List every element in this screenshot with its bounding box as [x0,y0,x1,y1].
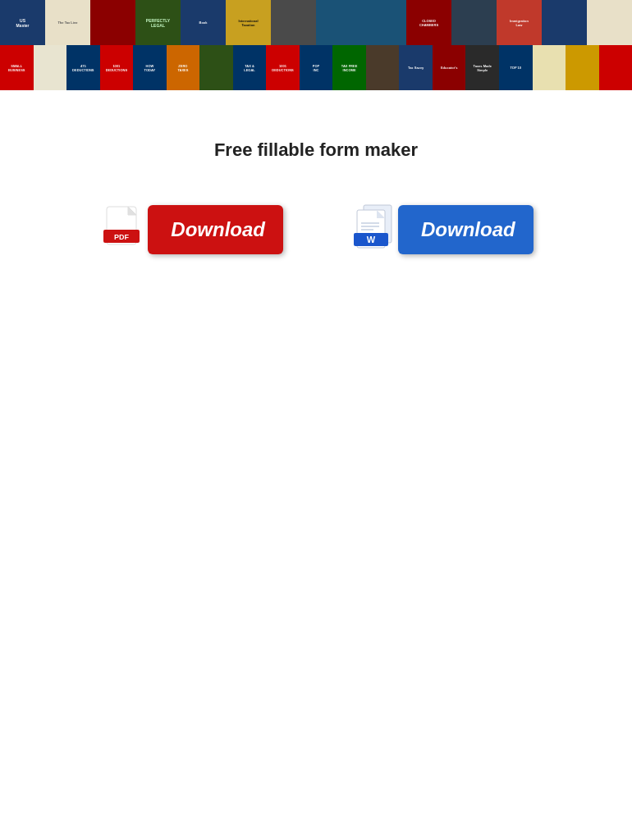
word-icon: W [349,202,405,258]
book-item: Book [181,0,226,45]
book-item: TAX FREEINCOME [332,45,366,90]
pdf-download-wrapper[interactable]: PDF Download [98,202,283,258]
book-item [316,0,361,45]
book-item: 1001DEDUCTIONS [266,45,300,90]
book-item [451,0,497,45]
pdf-download-button[interactable]: Download [148,205,283,254]
book-item: POPINC [300,45,333,90]
book-item [199,45,233,90]
word-download-wrapper[interactable]: W Download [349,202,534,258]
book-item: InternationalTaxation [226,0,271,45]
book-item [599,45,632,90]
download-section: PDF Download W Download [0,194,632,290]
book-item [366,45,400,90]
book-item: TOP 10 [499,45,533,90]
book-item: PERFECTLYLEGAL [135,0,181,45]
book-strip-2: SMALLBUSINESS 475DEDUCTIONS 1001DEDUCTIO… [0,45,632,90]
page-title: Free fillable form maker [214,139,418,161]
book-item [542,0,587,45]
book-item [566,45,599,90]
book-item: 475DEDUCTIONS [66,45,100,90]
book-item [271,0,316,45]
book-item [533,45,566,90]
book-item [361,0,406,45]
book-rows: USMaster The Tax Line PERFECTLYLEGAL Boo… [0,0,632,90]
svg-text:W: W [367,235,376,244]
book-item: Educator's [433,45,466,90]
pdf-icon: PDF [98,202,154,258]
book-banner: USMaster The Tax Line PERFECTLYLEGAL Boo… [0,0,632,90]
book-item: ImmigrationLaw [497,0,542,45]
word-download-button[interactable]: Download [398,205,534,254]
page-title-section: Free fillable form maker [0,90,632,194]
book-item: Tax Savvy [399,45,433,90]
svg-text:PDF: PDF [114,233,130,241]
book-item: CLOSEDCHAMBERS [406,0,451,45]
book-item [90,0,135,45]
book-item [587,0,632,45]
book-item: HOWTODAY [133,45,167,90]
book-item: 1001DEDUCTIONS [100,45,134,90]
book-item: SMALLBUSINESS [0,45,34,90]
book-item: The Tax Line [45,0,90,45]
book-item: TAX &LEGAL [233,45,267,90]
book-item: Taxes MadeSimple [465,45,499,90]
book-item: USMaster [0,0,45,45]
book-item [34,45,67,90]
book-strip-1: USMaster The Tax Line PERFECTLYLEGAL Boo… [0,0,632,45]
book-item: ZEROTAXES [167,45,200,90]
